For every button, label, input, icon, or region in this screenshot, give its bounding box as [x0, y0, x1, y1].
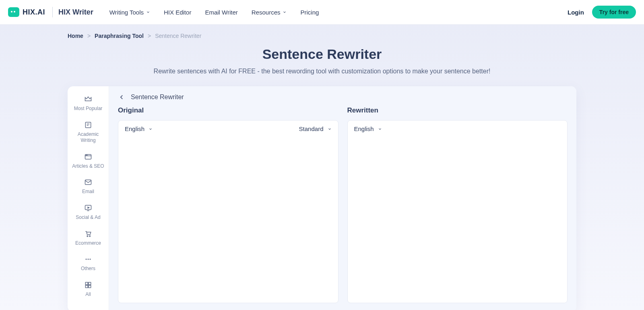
rewritten-column: Rewritten English	[347, 106, 568, 303]
svg-point-14	[88, 259, 89, 260]
select-value: English	[354, 125, 374, 132]
svg-rect-17	[89, 282, 91, 285]
original-panel: English Standard	[118, 120, 339, 303]
crumb-current: Sentence Rewriter	[155, 33, 201, 39]
sidebar-item-social-ad[interactable]: Social & Ad	[68, 198, 109, 224]
chevron-down-icon	[146, 10, 150, 14]
svg-rect-18	[85, 285, 88, 288]
page-title: Sentence Rewriter	[68, 46, 576, 62]
chevron-down-icon	[149, 127, 153, 131]
crumb-home[interactable]: Home	[68, 33, 83, 39]
crumb-separator: >	[87, 33, 91, 39]
sidebar-item-label: All	[85, 291, 91, 298]
sidebar-item-label: Email	[82, 189, 94, 195]
original-toolbar: English Standard	[118, 121, 338, 137]
sidebar-item-label: Academic Writing	[70, 131, 106, 144]
original-column: Original English Standard	[118, 106, 339, 303]
crumb-separator: >	[148, 33, 151, 39]
monitor-play-icon	[84, 204, 93, 212]
browser-icon	[84, 153, 93, 161]
divider	[52, 7, 53, 17]
grid-icon	[84, 281, 93, 289]
svg-rect-19	[89, 285, 91, 288]
nav-email-writer[interactable]: Email Writer	[205, 9, 237, 16]
svg-point-15	[90, 259, 91, 260]
svg-point-5	[86, 155, 87, 155]
svg-point-11	[87, 235, 88, 237]
rewritten-language-select[interactable]: English	[354, 125, 382, 132]
sidebar-item-label: Social & Ad	[76, 214, 100, 221]
sub-brand[interactable]: HIX Writer	[58, 8, 93, 17]
chevron-left-icon[interactable]	[118, 94, 125, 101]
sidebar-item-articles-seo[interactable]: Articles & SEO	[68, 147, 109, 173]
nav-label: Resources	[252, 9, 281, 16]
select-value: Standard	[299, 125, 324, 132]
more-icon	[84, 255, 93, 263]
sidebar-item-label: Others	[81, 266, 95, 272]
rewritten-panel: English	[347, 120, 568, 303]
crumb-paraphrasing-tool[interactable]: Paraphrasing Tool	[95, 33, 144, 39]
sidebar-item-others[interactable]: Others	[68, 250, 109, 275]
app-header: HIX.AI HIX Writer Writing Tools HIX Edit…	[0, 0, 644, 25]
svg-rect-16	[85, 282, 88, 285]
original-heading: Original	[118, 106, 339, 114]
nav-label: HIX Editor	[164, 9, 191, 16]
mail-icon	[84, 178, 93, 186]
sidebar-item-label: Ecommerce	[75, 240, 101, 247]
nav-hix-editor[interactable]: HIX Editor	[164, 9, 191, 16]
original-tone-select[interactable]: Standard	[299, 125, 332, 132]
nav-label: Email Writer	[205, 9, 237, 16]
cart-icon	[84, 230, 93, 238]
logo-icon	[8, 7, 19, 17]
document-icon	[84, 121, 93, 129]
svg-point-13	[86, 259, 87, 260]
chevron-down-icon	[328, 127, 332, 131]
login-link[interactable]: Login	[568, 9, 584, 16]
original-language-select[interactable]: English	[125, 125, 153, 132]
crown-icon	[84, 95, 93, 103]
header-right: Login Try for free	[568, 6, 636, 19]
try-for-free-button[interactable]: Try for free	[592, 6, 636, 19]
nav-label: Pricing	[300, 9, 319, 16]
main-card: Most Popular Academic Writing Articles &…	[68, 86, 576, 310]
svg-rect-0	[85, 122, 91, 127]
page-subtitle: Rewrite sentences with AI for FREE - the…	[68, 68, 576, 75]
editor-title: Sentence Rewriter	[131, 94, 184, 101]
select-value: English	[125, 125, 144, 132]
sidebar-item-academic-writing[interactable]: Academic Writing	[68, 115, 109, 147]
editor-area: Sentence Rewriter Original English	[109, 86, 576, 310]
chevron-down-icon	[378, 127, 382, 131]
rewritten-heading: Rewritten	[347, 106, 568, 114]
svg-point-12	[89, 235, 91, 237]
sidebar-item-ecommerce[interactable]: Ecommerce	[68, 224, 109, 250]
sidebar-item-email[interactable]: Email	[68, 173, 109, 198]
sidebar-item-most-popular[interactable]: Most Popular	[68, 89, 109, 115]
sidebar-item-label: Articles & SEO	[72, 163, 104, 170]
brand-text: HIX.AI	[23, 8, 45, 17]
nav-label: Writing Tools	[109, 9, 144, 16]
svg-point-6	[87, 155, 87, 155]
brand-logo[interactable]: HIX.AI	[8, 7, 45, 17]
sidebar-item-all[interactable]: All	[68, 275, 109, 301]
nav-pricing[interactable]: Pricing	[300, 9, 319, 16]
main-nav: Writing Tools HIX Editor Email Writer Re…	[109, 9, 319, 16]
sidebar-item-label: Most Popular	[74, 106, 103, 112]
svg-marker-9	[88, 207, 89, 208]
nav-writing-tools[interactable]: Writing Tools	[109, 9, 150, 16]
editor-columns: Original English Standard	[109, 104, 576, 310]
breadcrumb: Home > Paraphrasing Tool > Sentence Rewr…	[68, 25, 576, 42]
nav-resources[interactable]: Resources	[252, 9, 287, 16]
category-sidebar: Most Popular Academic Writing Articles &…	[68, 86, 109, 310]
chevron-down-icon	[283, 10, 287, 14]
editor-header: Sentence Rewriter	[109, 86, 576, 104]
rewritten-toolbar: English	[348, 121, 568, 137]
